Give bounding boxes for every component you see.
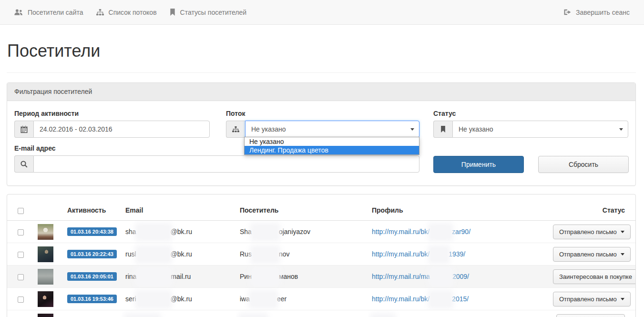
redacted-text [137, 269, 170, 285]
stream-select[interactable]: Не указано [245, 121, 419, 138]
email-header: Email [122, 194, 236, 221]
status-input-group: Не указано [433, 121, 628, 138]
profile-link[interactable]: http://my.mail.ru/ma2009/ [372, 273, 469, 280]
filter-panel-title: Фильтрация посетителей [7, 83, 635, 101]
email-label: E-mail адрес [14, 144, 56, 152]
visitor-text: iwa [240, 295, 250, 303]
table-row: 01.03.16 20:43:38 sha@bk.ru Shaojaniyazo… [7, 221, 635, 243]
stream-label: Поток [226, 110, 245, 117]
stream-option-highlighted[interactable]: Лендинг. Продажа цветов [245, 146, 419, 154]
calendar-icon [14, 121, 33, 138]
visitor-text: Rus [240, 250, 252, 258]
email-text: @bk.ru [171, 228, 192, 235]
activity-badge: 01.03.16 19:53:46 [67, 295, 117, 303]
caret-down-icon [621, 231, 624, 233]
redacted-text [137, 225, 170, 240]
email-input[interactable] [33, 155, 419, 173]
visitor-text: eer [277, 295, 286, 303]
table-row: 01.03.16 19:53:46 seri@bk.ru iwaeer http… [7, 288, 635, 310]
visitors-table: Активность Email Посетитель Профиль Стат… [7, 194, 635, 317]
nav-item-label: Посетители сайта [28, 9, 83, 16]
status-select[interactable]: Не указано [452, 121, 628, 138]
visitor-header: Посетитель [236, 194, 368, 221]
redacted-text [137, 292, 170, 307]
apply-button[interactable]: Применить [433, 156, 524, 173]
email-text: @bk.ru [171, 295, 192, 303]
visitor-text: манов [279, 273, 298, 280]
status-dropdown-button[interactable]: Отправлено письмо [553, 225, 631, 239]
visitor-text: Sha [240, 228, 252, 235]
row-checkbox[interactable] [18, 297, 24, 303]
nav-item-stream-list[interactable]: Список потоков [96, 9, 157, 16]
reset-button[interactable]: Сбросить [538, 156, 629, 173]
email-text: @bk.ru [171, 250, 192, 258]
sitemap-icon [226, 121, 245, 138]
redacted-text [430, 247, 448, 262]
search-icon [14, 155, 33, 173]
row-checkbox[interactable] [18, 229, 24, 235]
email-text: seri [125, 295, 136, 303]
select-all-checkbox[interactable] [18, 208, 24, 214]
redacted-text [372, 315, 394, 317]
avatar [38, 269, 53, 285]
navbar-right: Завершить сеанс [564, 9, 630, 16]
redacted-text [252, 269, 278, 285]
logout-label: Завершить сеанс [576, 9, 630, 16]
table-row: 01.03.16 20:05:01 rinamail.ru Ринманов h… [7, 266, 635, 288]
status-dropdown-button[interactable]: Заинтересован в покупке [553, 269, 635, 284]
stream-dropdown-list: Не указано Лендинг. Продажа цветов [244, 137, 419, 155]
stream-input-group: Не указано [226, 121, 419, 138]
activity-badge: 01.03.16 20:22:43 [67, 250, 117, 258]
caret-down-icon [621, 298, 624, 300]
email-text: sha [125, 228, 136, 235]
table-row-partial [7, 310, 635, 317]
row-checkbox[interactable] [18, 252, 24, 258]
activity-badge: 01.03.16 20:05:01 [67, 272, 117, 281]
users-icon [14, 9, 23, 16]
nav-item-site-visitors[interactable]: Посетители сайта [14, 9, 83, 16]
redacted-text [137, 247, 170, 262]
redacted-text [250, 292, 276, 307]
logout-button[interactable]: Завершить сеанс [564, 9, 630, 16]
avatar [38, 314, 53, 317]
stream-select-value: Не указано [251, 125, 286, 133]
page: Посетители сайта Список потоков Статусы … [0, 0, 644, 317]
period-input[interactable]: 24.02.2016 - 02.03.2016 [33, 121, 210, 138]
status-label: Статус [433, 110, 456, 117]
redacted-text [430, 269, 452, 285]
filter-panel: Фильтрация посетителей Период активности… [7, 82, 636, 186]
chevron-down-icon [619, 128, 623, 131]
row-checkbox[interactable] [18, 274, 24, 280]
page-title: Посетители [7, 41, 100, 61]
nav-item-label: Статусы посетителей [180, 9, 246, 16]
avatar [38, 246, 53, 262]
redacted-text [252, 225, 278, 240]
profile-link[interactable]: http://my.mail.ru/bk/2015/ [372, 295, 469, 303]
profile-link[interactable]: http://my.mail.ru/bk/1939/ [372, 250, 465, 258]
visitor-text: nov [279, 250, 290, 258]
status-dropdown-button[interactable] [556, 314, 625, 317]
nav-item-label: Список потоков [109, 9, 157, 16]
bookmark-icon [170, 9, 175, 16]
redacted-text [126, 315, 159, 317]
stream-option[interactable]: Не указано [245, 137, 419, 146]
status-dropdown-button[interactable]: Отправлено письмо [553, 247, 631, 262]
avatar [38, 291, 53, 307]
bookmark-icon [433, 121, 452, 138]
email-text: mail.ru [171, 273, 191, 280]
period-label: Период активности [14, 110, 79, 117]
redacted-text [430, 225, 451, 240]
redacted-text [430, 292, 451, 307]
top-navbar: Посетители сайта Список потоков Статусы … [0, 0, 644, 25]
redacted-text [240, 315, 266, 317]
status-select-value: Не указано [459, 125, 493, 133]
visitor-text: Рин [240, 273, 252, 280]
chevron-down-icon [410, 128, 414, 131]
nav-item-visitor-statuses[interactable]: Статусы посетителей [170, 9, 246, 16]
profile-link[interactable]: http://my.mail.ru/bk/zar90/ [372, 228, 470, 235]
status-dropdown-button[interactable]: Отправлено письмо [553, 292, 631, 307]
status-header: Статус [549, 194, 635, 221]
navbar-left: Посетители сайта Список потоков Статусы … [14, 9, 246, 16]
period-input-group: 24.02.2016 - 02.03.2016 [14, 121, 210, 138]
activity-badge: 01.03.16 20:43:38 [67, 227, 117, 236]
